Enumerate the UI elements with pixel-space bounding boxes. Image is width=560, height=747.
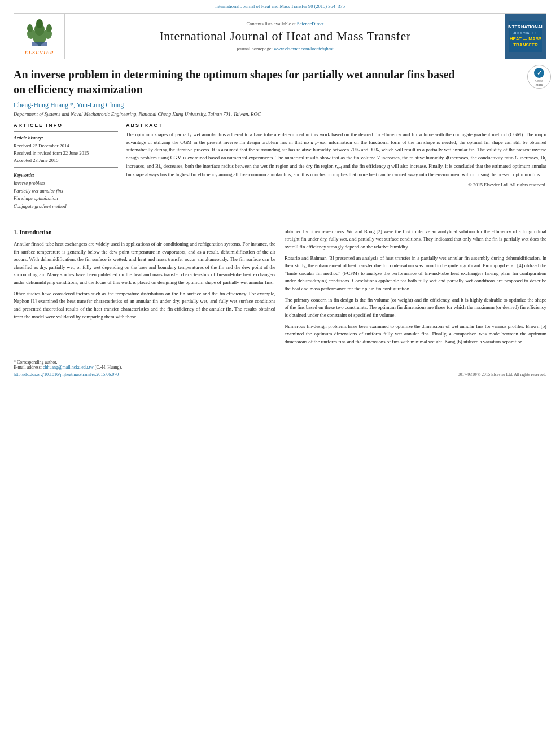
keyword-3: Fin shape optimization — [14, 195, 118, 203]
received-date-2: Received in revised form 22 June 2015 — [14, 150, 118, 157]
body-right-para-4: Numerous fin-design problems have been e… — [285, 323, 546, 346]
keyword-4: Conjugate gradient method — [14, 203, 118, 211]
intro-heading: 1. Introduction — [14, 228, 275, 237]
journal-header: ELSEVIER Contents lists available at Sci… — [14, 13, 546, 59]
journal-header-right-block: INTERNATIONAL JOURNAL OF HEAT — MASS TRA… — [505, 14, 546, 59]
intro-para-2: Other studies have considered factors su… — [14, 290, 275, 321]
section-divider — [14, 222, 546, 222]
article-title: An inverse problem in determining the op… — [14, 67, 466, 97]
svg-point-7 — [46, 24, 52, 32]
elsevier-wordmark: ELSEVIER — [24, 50, 54, 55]
journal-header-center: Contents lists available at ScienceDirec… — [65, 14, 505, 59]
svg-point-6 — [27, 24, 33, 32]
journal-homepage: journal homepage: www.elsevier.com/locat… — [237, 46, 333, 51]
svg-text:✓: ✓ — [537, 69, 542, 76]
keyword-1: Inverse problem — [14, 180, 118, 187]
footnote-area: * Corresponding author. E-mail address: … — [0, 355, 560, 370]
copyright-line: © 2015 Elsevier Ltd. All rights reserved… — [126, 182, 546, 187]
doi-text: International Journal of Heat and Mass T… — [215, 3, 345, 9]
email-address[interactable]: chhuang@mail.ncku.edu.tw — [43, 365, 94, 370]
keywords-label: Keywords: — [14, 172, 118, 178]
svg-point-3 — [36, 19, 43, 28]
corresponding-author-note: * Corresponding author. — [14, 360, 546, 365]
body-col-right: obtained by other researchers. Wu and Bo… — [285, 228, 546, 350]
footer-bottom: http://dx.doi.org/10.1016/j.ijheatmasstr… — [0, 370, 560, 379]
journal-title: International Journal of Heat and Mass T… — [159, 29, 410, 43]
science-direct-line: Contents lists available at ScienceDirec… — [247, 21, 324, 27]
intro-para-1: Annular finned-tube heat exchangers are … — [14, 241, 275, 287]
keyword-2: Partially wet annular fins — [14, 187, 118, 195]
doi-bar: International Journal of Heat and Mass T… — [0, 0, 560, 11]
doi-link[interactable]: http://dx.doi.org/10.1016/j.ijheatmasstr… — [14, 372, 119, 377]
page: International Journal of Heat and Mass T… — [0, 0, 560, 747]
keywords-section: Keywords: Inverse problem Partially wet … — [14, 172, 118, 210]
abstract-col: Abstract The optimum shapes of partially… — [126, 123, 546, 211]
abstract-text: The optimum shapes of partially wet annu… — [126, 131, 546, 179]
svg-rect-8 — [32, 42, 47, 46]
article-history-box: Article history: Received 25 December 20… — [14, 131, 118, 168]
accepted-date: Accepted 23 June 2015 — [14, 157, 118, 164]
received-date-1: Received 25 December 2014 — [14, 142, 118, 150]
affiliation-line: Department of Systems and Naval Mechatro… — [14, 111, 546, 117]
body-right-para-3: The primary concern in fin design is the… — [285, 296, 546, 320]
article-info-col: Article Info Article history: Received 2… — [14, 123, 118, 211]
crossmark-badge: ✓ CrossMark — [527, 65, 551, 89]
email-line: E-mail address: chhuang@mail.ncku.edu.tw… — [14, 365, 546, 370]
elsevier-tree-icon — [20, 17, 59, 48]
body-right-para-2: Rosario and Rahman [3] presented an anal… — [285, 255, 546, 293]
abstract-heading: Abstract — [126, 123, 546, 128]
article-info-heading: Article Info — [14, 123, 118, 128]
body-col-left: 1. Introduction Annular finned-tube heat… — [14, 228, 275, 350]
body-right-para-1: obtained by other researchers. Wu and Bo… — [285, 228, 546, 251]
homepage-url[interactable]: www.elsevier.com/locate/ijhmt — [274, 46, 334, 51]
elsevier-logo-area: ELSEVIER — [14, 14, 65, 59]
authors-line: Cheng-Hung Huang *, Yun-Lung Chung — [14, 101, 546, 110]
article-history-label: Article history: — [14, 135, 118, 141]
body-content: 1. Introduction Annular finned-tube heat… — [0, 228, 560, 350]
author-names: Cheng-Hung Huang *, Yun-Lung Chung — [14, 101, 124, 109]
science-direct-link[interactable]: ScienceDirect — [297, 21, 324, 27]
issn-line: 0017-9310/© 2015 Elsevier Ltd. All right… — [458, 372, 546, 377]
article-area: ✓ CrossMark An inverse problem in determ… — [0, 59, 560, 216]
crossmark-icon: ✓ — [533, 67, 545, 79]
article-info-abstract: Article Info Article history: Received 2… — [14, 123, 546, 211]
